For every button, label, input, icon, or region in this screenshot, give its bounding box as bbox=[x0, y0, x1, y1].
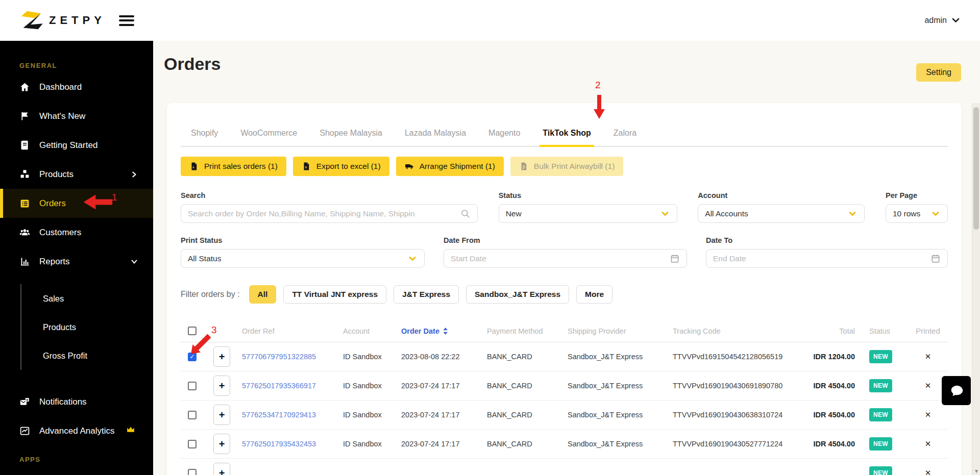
shipping-provider: Sandbox_J&T Express bbox=[564, 382, 669, 390]
select-all-checkbox[interactable] bbox=[188, 327, 197, 335]
sidebar-item-label: Reports bbox=[39, 257, 70, 267]
order-account: ID Sandbox bbox=[339, 382, 397, 390]
status-badge: NEW bbox=[869, 408, 892, 421]
tab-shopify[interactable]: Shopify bbox=[191, 129, 218, 146]
main-content: Orders Setting ShopifyWooCommerceShopee … bbox=[153, 41, 972, 475]
excel-file-icon: x bbox=[302, 162, 311, 171]
bulk-print-airwaybill-button[interactable]: Bulk Print Airwaybill (1) bbox=[510, 157, 624, 176]
order-total: IDR 4504.00 bbox=[799, 440, 855, 448]
tab-tiktok-shop[interactable]: TikTok Shop bbox=[543, 129, 591, 146]
column-header-label: Order Date bbox=[401, 327, 439, 335]
print-status-select[interactable]: All Status bbox=[181, 249, 425, 268]
zetpy-logo-icon bbox=[19, 10, 43, 31]
marketplace-tabs: ShopifyWooCommerceShopee MalaysiaLazada … bbox=[181, 117, 948, 147]
shipping-filter-j-t-express[interactable]: J&T Express bbox=[394, 285, 459, 304]
order-ref-link[interactable]: 577706797951322885 bbox=[242, 353, 316, 361]
vertical-scrollbar[interactable]: ▼ bbox=[972, 103, 980, 475]
row-1-checkbox[interactable] bbox=[188, 353, 197, 361]
sidebar-item-what-s-new[interactable]: What's New bbox=[0, 102, 153, 131]
date-from-input[interactable] bbox=[451, 254, 670, 263]
payment-method: BANK_CARD bbox=[483, 382, 564, 390]
chat-widget-button[interactable] bbox=[942, 376, 971, 405]
printed-status: ✕ bbox=[904, 352, 948, 361]
date-to-label: Date To bbox=[706, 236, 948, 244]
order-ref-link[interactable]: 577625017935366917 bbox=[242, 382, 316, 390]
sidebar-item-notifications[interactable]: Notifications bbox=[0, 387, 153, 416]
expand-row-button[interactable]: + bbox=[213, 405, 230, 425]
shipping-provider: Sandbox_J&T Express bbox=[564, 411, 669, 419]
column-header-status: Status bbox=[855, 327, 904, 335]
customers-icon bbox=[19, 227, 30, 238]
order-ref-link[interactable]: 577625347170929413 bbox=[242, 411, 316, 419]
action-button-label: Bulk Print Airwaybill (1) bbox=[534, 162, 615, 171]
shipping-filter-all[interactable]: All bbox=[249, 285, 277, 304]
per-page-select[interactable]: 10 rows bbox=[886, 204, 948, 223]
expand-row-button[interactable]: + bbox=[213, 463, 230, 475]
reports-icon bbox=[19, 256, 30, 267]
sidebar-subitem-products[interactable]: Products bbox=[21, 313, 153, 341]
chevron-down-icon bbox=[407, 254, 418, 264]
tab-magento[interactable]: Magento bbox=[488, 129, 520, 146]
sidebar-subitem-gross-profit[interactable]: Gross Profit bbox=[21, 341, 153, 370]
shipping-filter-tt-virtual-jnt-express[interactable]: TT Virtual JNT express bbox=[283, 285, 386, 304]
shipping-provider: Sandbox_J&T Express bbox=[564, 440, 669, 448]
sidebar-item-reports[interactable]: Reports bbox=[0, 247, 153, 276]
search-label: Search bbox=[181, 191, 478, 199]
sidebar-subitem-sales[interactable]: Sales bbox=[21, 284, 153, 313]
sidebar-item-label: Orders bbox=[39, 198, 66, 209]
expand-row-button[interactable]: + bbox=[213, 434, 230, 454]
scrollbar-thumb[interactable] bbox=[973, 107, 979, 230]
filter-orders-by-label: Filter orders by : bbox=[181, 290, 240, 299]
search-input[interactable] bbox=[188, 209, 460, 218]
payment-method: BANK_CARD bbox=[483, 411, 564, 419]
chevron-down-icon bbox=[847, 209, 857, 219]
setting-button[interactable]: Setting bbox=[916, 63, 961, 82]
sidebar-item-orders[interactable]: Orders bbox=[0, 189, 153, 218]
sidebar-item-label: What's New bbox=[39, 111, 85, 121]
sidebar-item-products[interactable]: Products bbox=[0, 160, 153, 189]
row-2-checkbox[interactable] bbox=[188, 382, 197, 390]
sidebar-item-customers[interactable]: Customers bbox=[0, 218, 153, 247]
print-status-label: Print Status bbox=[181, 236, 425, 244]
pdf-file-icon: A bbox=[189, 162, 199, 171]
chevron-down-icon bbox=[660, 209, 670, 219]
shipping-filter-sandbox-j-t-express[interactable]: Sandbox_J&T Express bbox=[466, 285, 569, 304]
airwaybill-file-icon bbox=[519, 162, 528, 171]
expand-row-button[interactable]: + bbox=[213, 346, 230, 367]
top-header: ZETPY admin bbox=[0, 0, 980, 41]
reports-submenu: SalesProductsGross Profit bbox=[20, 284, 153, 370]
filter-row-2: Print Status All Status Date From Date T… bbox=[181, 236, 948, 268]
expand-row-button[interactable]: + bbox=[213, 376, 230, 396]
per-page-label: Per Page bbox=[886, 191, 948, 199]
shipping-filter-more[interactable]: More bbox=[576, 285, 612, 304]
zetpy-logo[interactable]: ZETPY bbox=[19, 10, 106, 31]
scrollbar-down-arrow[interactable]: ▼ bbox=[972, 468, 980, 474]
arrange-shipment-button[interactable]: Arrange Shipment (1) bbox=[396, 157, 504, 176]
account-select[interactable]: All Accounts bbox=[698, 204, 865, 223]
sidebar-item-dashboard[interactable]: Dashboard bbox=[0, 72, 153, 102]
tab-zalora[interactable]: Zalora bbox=[614, 129, 636, 146]
column-header-order-date[interactable]: Order Date bbox=[397, 327, 483, 335]
date-to-input[interactable] bbox=[713, 254, 930, 263]
order-total: IDR 4504.00 bbox=[799, 382, 855, 390]
sidebar-item-getting-started[interactable]: Getting Started bbox=[0, 131, 153, 160]
brand-text: ZETPY bbox=[49, 14, 106, 27]
user-menu[interactable]: admin bbox=[924, 16, 960, 25]
truck-icon bbox=[405, 162, 414, 171]
print-sales-orders-button[interactable]: APrint sales orders (1) bbox=[181, 157, 286, 176]
table-header-row: Order RefAccountOrder DatePayment Method… bbox=[181, 320, 948, 342]
status-select[interactable]: New bbox=[499, 204, 677, 223]
action-button-label: Export to excel (1) bbox=[316, 162, 381, 171]
table-row: +577625017935432453ID Sandbox2023-07-24 … bbox=[181, 430, 948, 459]
order-date: 2023-07-24 17:17 bbox=[397, 411, 483, 419]
tab-shopee-malaysia[interactable]: Shopee Malaysia bbox=[320, 129, 382, 146]
row-5-checkbox[interactable] bbox=[188, 469, 197, 475]
sidebar-item-advanced-analytics[interactable]: Advanced Analytics bbox=[0, 416, 153, 445]
row-4-checkbox[interactable] bbox=[188, 440, 197, 448]
tab-woocommerce[interactable]: WooCommerce bbox=[240, 129, 297, 146]
export-to-excel-button[interactable]: xExport to excel (1) bbox=[293, 157, 389, 176]
order-ref-link[interactable]: 577625017935432453 bbox=[242, 440, 316, 448]
tab-lazada-malaysia[interactable]: Lazada Malaysia bbox=[405, 129, 466, 146]
row-3-checkbox[interactable] bbox=[188, 411, 197, 419]
hamburger-menu-icon[interactable] bbox=[119, 15, 134, 26]
